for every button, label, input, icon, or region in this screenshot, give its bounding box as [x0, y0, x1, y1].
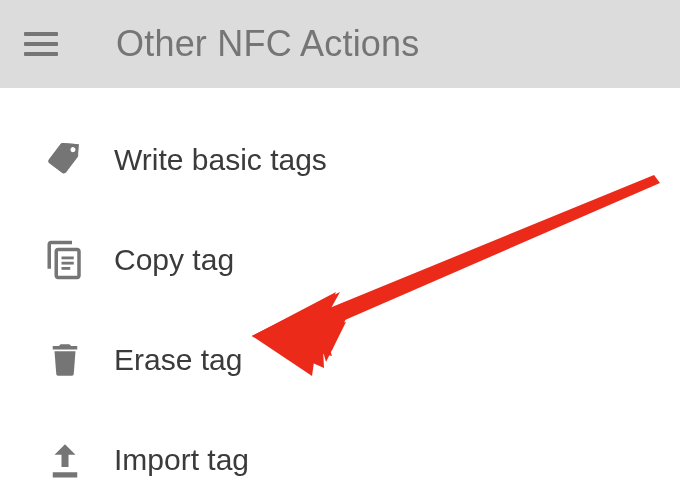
page-title: Other NFC Actions [116, 23, 420, 65]
svg-rect-2 [62, 267, 71, 270]
list-item-copy-tag[interactable]: Copy tag [0, 210, 680, 310]
list-item-label: Erase tag [114, 343, 242, 377]
svg-rect-3 [53, 472, 78, 477]
menu-button[interactable] [24, 26, 60, 62]
copy-icon [42, 237, 88, 283]
list-item-erase-tag[interactable]: Erase tag [0, 310, 680, 410]
list-item-label: Import tag [114, 443, 249, 477]
tags-icon [42, 137, 88, 183]
list-item-write-basic-tags[interactable]: Write basic tags [0, 110, 680, 210]
trash-icon [42, 337, 88, 383]
upload-icon [42, 437, 88, 483]
list-item-import-tag[interactable]: Import tag [0, 410, 680, 502]
list-item-label: Copy tag [114, 243, 234, 277]
actions-list: Write basic tags Copy tag Erase tag [0, 88, 680, 502]
svg-rect-1 [62, 262, 74, 265]
app-bar: Other NFC Actions [0, 0, 680, 88]
list-item-label: Write basic tags [114, 143, 327, 177]
svg-rect-0 [62, 257, 74, 260]
